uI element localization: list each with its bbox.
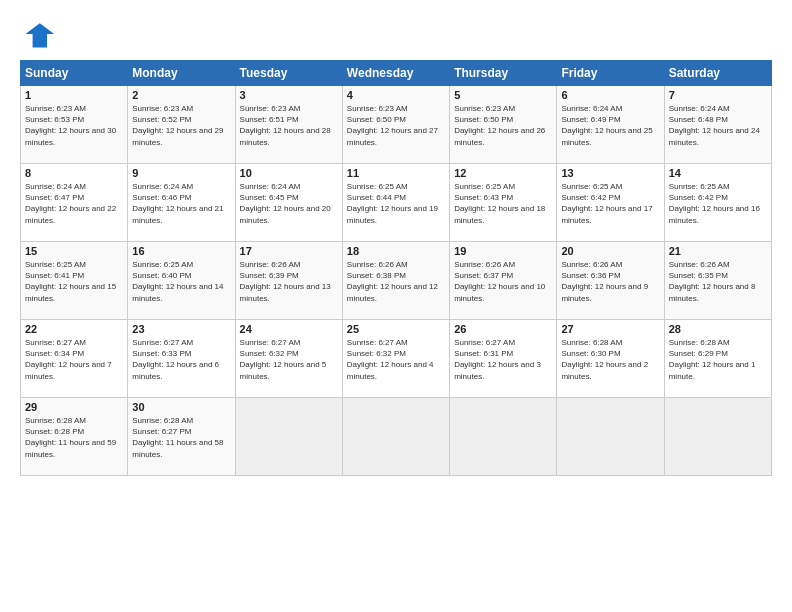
day-cell <box>664 398 771 476</box>
day-number: 29 <box>25 401 123 413</box>
day-number: 20 <box>561 245 659 257</box>
day-info: Sunrise: 6:25 AM Sunset: 6:44 PM Dayligh… <box>347 181 445 226</box>
day-number: 19 <box>454 245 552 257</box>
day-info: Sunrise: 6:28 AM Sunset: 6:30 PM Dayligh… <box>561 337 659 382</box>
header <box>20 16 772 52</box>
day-number: 12 <box>454 167 552 179</box>
day-info: Sunrise: 6:23 AM Sunset: 6:51 PM Dayligh… <box>240 103 338 148</box>
day-info: Sunrise: 6:25 AM Sunset: 6:40 PM Dayligh… <box>132 259 230 304</box>
day-cell: 28Sunrise: 6:28 AM Sunset: 6:29 PM Dayli… <box>664 320 771 398</box>
header-cell-thursday: Thursday <box>450 61 557 86</box>
day-number: 2 <box>132 89 230 101</box>
day-number: 14 <box>669 167 767 179</box>
day-info: Sunrise: 6:24 AM Sunset: 6:47 PM Dayligh… <box>25 181 123 226</box>
day-cell: 26Sunrise: 6:27 AM Sunset: 6:31 PM Dayli… <box>450 320 557 398</box>
day-cell <box>235 398 342 476</box>
day-cell: 15Sunrise: 6:25 AM Sunset: 6:41 PM Dayli… <box>21 242 128 320</box>
day-cell: 8Sunrise: 6:24 AM Sunset: 6:47 PM Daylig… <box>21 164 128 242</box>
day-number: 10 <box>240 167 338 179</box>
day-info: Sunrise: 6:28 AM Sunset: 6:29 PM Dayligh… <box>669 337 767 382</box>
header-cell-wednesday: Wednesday <box>342 61 449 86</box>
logo <box>20 16 60 52</box>
day-cell <box>342 398 449 476</box>
day-info: Sunrise: 6:25 AM Sunset: 6:42 PM Dayligh… <box>561 181 659 226</box>
day-info: Sunrise: 6:26 AM Sunset: 6:39 PM Dayligh… <box>240 259 338 304</box>
day-cell: 18Sunrise: 6:26 AM Sunset: 6:38 PM Dayli… <box>342 242 449 320</box>
day-number: 13 <box>561 167 659 179</box>
day-cell <box>557 398 664 476</box>
day-info: Sunrise: 6:25 AM Sunset: 6:41 PM Dayligh… <box>25 259 123 304</box>
day-cell: 7Sunrise: 6:24 AM Sunset: 6:48 PM Daylig… <box>664 86 771 164</box>
day-info: Sunrise: 6:23 AM Sunset: 6:52 PM Dayligh… <box>132 103 230 148</box>
day-number: 16 <box>132 245 230 257</box>
day-number: 15 <box>25 245 123 257</box>
day-number: 30 <box>132 401 230 413</box>
day-number: 11 <box>347 167 445 179</box>
day-cell: 3Sunrise: 6:23 AM Sunset: 6:51 PM Daylig… <box>235 86 342 164</box>
day-cell: 5Sunrise: 6:23 AM Sunset: 6:50 PM Daylig… <box>450 86 557 164</box>
day-cell: 27Sunrise: 6:28 AM Sunset: 6:30 PM Dayli… <box>557 320 664 398</box>
logo-icon <box>20 16 56 52</box>
week-row-2: 15Sunrise: 6:25 AM Sunset: 6:41 PM Dayli… <box>21 242 772 320</box>
day-number: 28 <box>669 323 767 335</box>
day-number: 23 <box>132 323 230 335</box>
day-cell: 9Sunrise: 6:24 AM Sunset: 6:46 PM Daylig… <box>128 164 235 242</box>
week-row-3: 22Sunrise: 6:27 AM Sunset: 6:34 PM Dayli… <box>21 320 772 398</box>
day-info: Sunrise: 6:23 AM Sunset: 6:53 PM Dayligh… <box>25 103 123 148</box>
day-cell: 17Sunrise: 6:26 AM Sunset: 6:39 PM Dayli… <box>235 242 342 320</box>
header-cell-saturday: Saturday <box>664 61 771 86</box>
header-cell-monday: Monday <box>128 61 235 86</box>
day-cell: 29Sunrise: 6:28 AM Sunset: 6:28 PM Dayli… <box>21 398 128 476</box>
day-info: Sunrise: 6:24 AM Sunset: 6:48 PM Dayligh… <box>669 103 767 148</box>
day-info: Sunrise: 6:27 AM Sunset: 6:32 PM Dayligh… <box>240 337 338 382</box>
day-cell <box>450 398 557 476</box>
day-info: Sunrise: 6:28 AM Sunset: 6:28 PM Dayligh… <box>25 415 123 460</box>
day-number: 21 <box>669 245 767 257</box>
day-cell: 25Sunrise: 6:27 AM Sunset: 6:32 PM Dayli… <box>342 320 449 398</box>
day-cell: 21Sunrise: 6:26 AM Sunset: 6:35 PM Dayli… <box>664 242 771 320</box>
day-cell: 24Sunrise: 6:27 AM Sunset: 6:32 PM Dayli… <box>235 320 342 398</box>
day-info: Sunrise: 6:24 AM Sunset: 6:45 PM Dayligh… <box>240 181 338 226</box>
day-number: 3 <box>240 89 338 101</box>
day-number: 6 <box>561 89 659 101</box>
page: SundayMondayTuesdayWednesdayThursdayFrid… <box>0 0 792 486</box>
header-cell-tuesday: Tuesday <box>235 61 342 86</box>
day-number: 4 <box>347 89 445 101</box>
day-cell: 16Sunrise: 6:25 AM Sunset: 6:40 PM Dayli… <box>128 242 235 320</box>
day-cell: 12Sunrise: 6:25 AM Sunset: 6:43 PM Dayli… <box>450 164 557 242</box>
day-info: Sunrise: 6:27 AM Sunset: 6:34 PM Dayligh… <box>25 337 123 382</box>
day-number: 5 <box>454 89 552 101</box>
day-cell: 2Sunrise: 6:23 AM Sunset: 6:52 PM Daylig… <box>128 86 235 164</box>
day-number: 9 <box>132 167 230 179</box>
day-info: Sunrise: 6:26 AM Sunset: 6:35 PM Dayligh… <box>669 259 767 304</box>
day-cell: 10Sunrise: 6:24 AM Sunset: 6:45 PM Dayli… <box>235 164 342 242</box>
day-number: 25 <box>347 323 445 335</box>
day-cell: 4Sunrise: 6:23 AM Sunset: 6:50 PM Daylig… <box>342 86 449 164</box>
day-cell: 14Sunrise: 6:25 AM Sunset: 6:42 PM Dayli… <box>664 164 771 242</box>
day-info: Sunrise: 6:25 AM Sunset: 6:43 PM Dayligh… <box>454 181 552 226</box>
day-info: Sunrise: 6:26 AM Sunset: 6:38 PM Dayligh… <box>347 259 445 304</box>
day-info: Sunrise: 6:27 AM Sunset: 6:32 PM Dayligh… <box>347 337 445 382</box>
day-number: 18 <box>347 245 445 257</box>
day-number: 1 <box>25 89 123 101</box>
day-number: 7 <box>669 89 767 101</box>
day-cell: 13Sunrise: 6:25 AM Sunset: 6:42 PM Dayli… <box>557 164 664 242</box>
day-info: Sunrise: 6:25 AM Sunset: 6:42 PM Dayligh… <box>669 181 767 226</box>
day-info: Sunrise: 6:23 AM Sunset: 6:50 PM Dayligh… <box>347 103 445 148</box>
day-info: Sunrise: 6:23 AM Sunset: 6:50 PM Dayligh… <box>454 103 552 148</box>
day-info: Sunrise: 6:24 AM Sunset: 6:49 PM Dayligh… <box>561 103 659 148</box>
day-info: Sunrise: 6:28 AM Sunset: 6:27 PM Dayligh… <box>132 415 230 460</box>
day-info: Sunrise: 6:26 AM Sunset: 6:36 PM Dayligh… <box>561 259 659 304</box>
day-info: Sunrise: 6:27 AM Sunset: 6:31 PM Dayligh… <box>454 337 552 382</box>
day-info: Sunrise: 6:24 AM Sunset: 6:46 PM Dayligh… <box>132 181 230 226</box>
day-number: 27 <box>561 323 659 335</box>
day-cell: 30Sunrise: 6:28 AM Sunset: 6:27 PM Dayli… <box>128 398 235 476</box>
day-number: 22 <box>25 323 123 335</box>
day-number: 24 <box>240 323 338 335</box>
day-number: 8 <box>25 167 123 179</box>
day-number: 17 <box>240 245 338 257</box>
day-info: Sunrise: 6:26 AM Sunset: 6:37 PM Dayligh… <box>454 259 552 304</box>
week-row-0: 1Sunrise: 6:23 AM Sunset: 6:53 PM Daylig… <box>21 86 772 164</box>
day-cell: 20Sunrise: 6:26 AM Sunset: 6:36 PM Dayli… <box>557 242 664 320</box>
day-cell: 1Sunrise: 6:23 AM Sunset: 6:53 PM Daylig… <box>21 86 128 164</box>
